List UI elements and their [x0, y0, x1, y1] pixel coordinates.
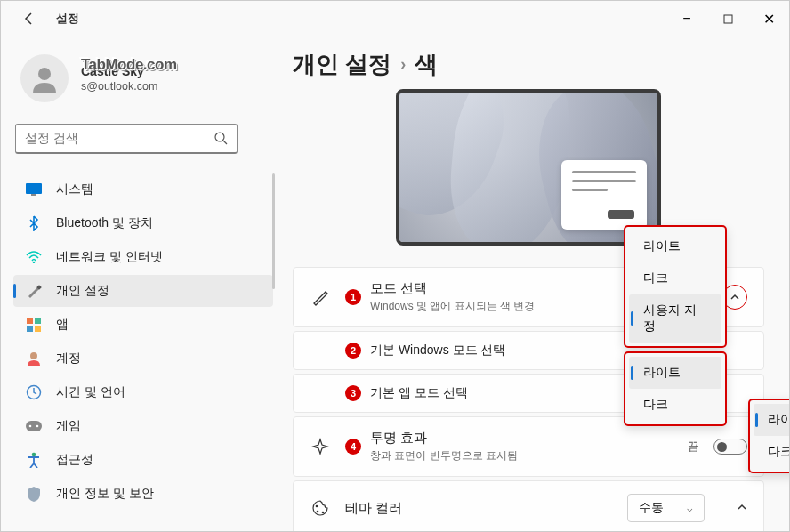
svg-rect-8 [27, 318, 33, 324]
setting-title: 테마 컬러 [345, 500, 613, 517]
app-title: 설정 [56, 11, 79, 27]
sidebar-item-label: 접근성 [56, 452, 93, 468]
chevron-right-icon: › [400, 55, 406, 74]
window-preview [561, 160, 647, 230]
chevron-up-icon [737, 502, 747, 512]
palette-icon [310, 498, 331, 518]
dropdown-item-dark[interactable]: 다크 [754, 436, 789, 468]
dropdown-item-dark[interactable]: 다크 [629, 389, 721, 421]
svg-point-1 [38, 68, 51, 80]
maximize-button[interactable] [707, 1, 748, 36]
profile-name: Castle Sky [81, 63, 157, 79]
sidebar-item-apps[interactable]: 앱 [13, 309, 273, 341]
shield-icon [26, 486, 42, 502]
annotation-badge: 4 [345, 439, 361, 455]
sidebar-item-personalization[interactable]: 개인 설정 [13, 275, 273, 307]
sidebar-item-system[interactable]: 시스템 [13, 173, 273, 206]
svg-point-15 [29, 425, 32, 428]
search-icon [214, 132, 228, 145]
back-button[interactable] [13, 3, 45, 35]
sidebar-item-label: 앱 [56, 317, 69, 333]
sidebar-item-network[interactable]: 네트워크 및 인터넷 [13, 241, 273, 273]
sidebar-item-gaming[interactable]: 게임 [13, 410, 273, 442]
theme-color-select[interactable]: 수동 ⌵ [627, 494, 705, 522]
profile-block[interactable]: Castle Sky s@outlook.com TabMode.com [13, 36, 273, 122]
chevron-down-icon: ⌵ [687, 503, 693, 514]
svg-point-12 [30, 352, 37, 359]
avatar [20, 54, 69, 102]
select-value: 수동 [639, 500, 664, 516]
dropdown-item-light[interactable]: 라이트 [629, 357, 721, 389]
sidebar-item-bluetooth[interactable]: Bluetooth 및 장치 [13, 207, 273, 239]
sidebar-item-label: 네트워크 및 인터넷 [56, 249, 163, 265]
svg-line-3 [223, 141, 227, 144]
sidebar-item-label: 시간 및 언어 [56, 384, 125, 400]
svg-rect-11 [35, 326, 41, 332]
annotation-badge: 3 [345, 385, 361, 401]
arrow-left-icon [22, 12, 36, 26]
wifi-icon [26, 249, 42, 265]
annotation-badge: 1 [345, 289, 361, 305]
search-input[interactable] [25, 132, 214, 145]
svg-rect-10 [27, 326, 33, 332]
sparkle-icon [310, 437, 331, 456]
transparency-toggle[interactable] [713, 439, 747, 455]
accessibility-icon [26, 452, 42, 468]
person-icon [29, 63, 60, 93]
dropdown-item-dark[interactable]: 다크 [629, 262, 721, 294]
apps-icon [26, 317, 42, 333]
breadcrumb-current: 색 [415, 49, 438, 80]
dropdown-item-custom[interactable]: 사용자 지정 [629, 294, 721, 343]
person-icon [26, 351, 42, 367]
chevron-up-icon [730, 292, 740, 302]
dropdown-item-light[interactable]: 라이트 [754, 404, 789, 436]
paintbrush-icon [26, 283, 42, 299]
expand-chevron[interactable] [737, 502, 747, 515]
sidebar-item-time-language[interactable]: 시간 및 언어 [13, 376, 273, 408]
sidebar-item-label: 시스템 [56, 181, 93, 197]
sidebar-item-label: 개인 정보 및 보안 [56, 486, 154, 502]
svg-point-2 [215, 133, 224, 141]
minimize-button[interactable]: − [666, 1, 707, 36]
setting-theme-color[interactable]: 테마 컬러 수동 ⌵ [293, 480, 764, 532]
sidebar-item-accessibility[interactable]: 접근성 [13, 444, 273, 476]
paintbrush-icon [310, 287, 331, 307]
svg-rect-5 [31, 194, 36, 196]
search-box[interactable] [15, 124, 238, 154]
sidebar-item-label: 개인 설정 [56, 283, 109, 299]
sidebar-item-accounts[interactable]: 계정 [13, 343, 273, 375]
annotation-badge: 2 [345, 343, 361, 359]
svg-rect-9 [35, 318, 41, 324]
windows-mode-dropdown[interactable]: 라이트 다크 [624, 351, 727, 426]
bluetooth-icon [26, 215, 42, 231]
toggle-label: 끔 [688, 439, 699, 455]
setting-title: 투명 효과 [370, 430, 673, 447]
maximize-icon [723, 14, 733, 24]
breadcrumb-parent[interactable]: 개인 설정 [293, 49, 391, 80]
close-button[interactable]: ✕ [748, 1, 789, 36]
breadcrumb: 개인 설정 › 색 [293, 49, 764, 80]
svg-point-6 [33, 262, 35, 263]
mode-dropdown[interactable]: 라이트 다크 사용자 지정 [624, 225, 727, 348]
sidebar-item-privacy[interactable]: 개인 정보 및 보안 [13, 478, 273, 510]
setting-subtitle: 창과 표면이 반투명으로 표시됨 [370, 448, 673, 463]
svg-rect-0 [724, 15, 732, 23]
desktop-preview [396, 89, 661, 246]
display-icon [26, 181, 42, 197]
sidebar-scrollbar[interactable] [272, 173, 275, 289]
svg-point-19 [317, 511, 319, 513]
svg-point-20 [322, 512, 325, 514]
gamepad-icon [26, 418, 42, 434]
sidebar-item-label: Bluetooth 및 장치 [56, 215, 153, 231]
dropdown-item-light[interactable]: 라이트 [629, 230, 721, 262]
sidebar-item-label: 계정 [56, 351, 81, 367]
svg-point-17 [32, 453, 36, 457]
app-mode-dropdown[interactable]: 라이트 다크 [748, 399, 789, 473]
svg-point-16 [36, 425, 39, 428]
svg-rect-14 [26, 421, 42, 431]
clock-icon [26, 384, 42, 400]
svg-rect-4 [26, 183, 42, 194]
svg-point-18 [316, 505, 318, 508]
sidebar-item-label: 게임 [56, 418, 81, 434]
profile-email: s@outlook.com [81, 79, 157, 93]
